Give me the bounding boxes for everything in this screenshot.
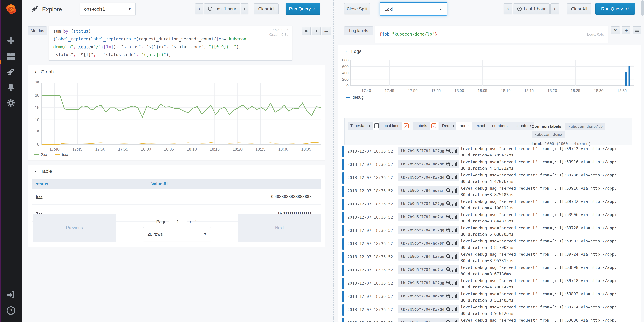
bar-chart-icon[interactable] xyxy=(452,254,457,259)
zoom-in-icon[interactable] xyxy=(446,214,451,219)
time-range-button-left[interactable]: Last 1 hour xyxy=(204,4,240,14)
settings-gear-icon[interactable] xyxy=(6,98,16,108)
labels-checkbox[interactable]: ✓ xyxy=(432,124,436,128)
logs-panel-header[interactable]: ▲ Logs xyxy=(345,49,362,54)
bar-chart-icon[interactable] xyxy=(452,267,457,272)
remove-query-button-right[interactable]: ✖ xyxy=(611,27,620,34)
local-time-checkbox[interactable]: ✓ xyxy=(404,124,408,128)
table-col-status[interactable]: status xyxy=(32,181,152,186)
add-query-button-right[interactable]: ✚ xyxy=(622,27,630,34)
bar-chart-icon[interactable] xyxy=(452,228,457,232)
zoom-in-icon[interactable] xyxy=(446,227,451,233)
log-label-chip[interactable]: lb-7b9d5f7784-k27gg xyxy=(398,305,459,313)
scrollbar-thumb[interactable] xyxy=(642,0,644,16)
bar-chart-icon[interactable] xyxy=(452,320,457,322)
time-back-button-left[interactable]: ‹ xyxy=(195,4,203,14)
zoom-in-icon[interactable] xyxy=(446,280,451,285)
time-range-button-right[interactable]: Last 1 hour xyxy=(513,4,550,14)
log-label-chip[interactable]: lb-7b9d5f7784-nd7sm xyxy=(398,186,459,194)
dedup-option-numbers[interactable]: numbers xyxy=(488,122,511,130)
bar-chart-icon[interactable] xyxy=(452,294,457,298)
sign-in-icon[interactable] xyxy=(6,290,16,300)
bar-chart-icon[interactable] xyxy=(452,280,457,285)
metrics-query-editor[interactable]: sum by (status)(label_replace(label_repl… xyxy=(48,26,292,61)
previous-page-button[interactable]: Previous xyxy=(33,214,116,242)
dashboards-grid-icon[interactable] xyxy=(6,52,16,62)
zoom-in-icon[interactable] xyxy=(446,148,451,153)
bar-chart-icon[interactable] xyxy=(452,149,457,153)
table-col-value[interactable]: Value #1 xyxy=(152,181,168,186)
log-label-chip[interactable]: lb-7b9d5f7784-k27gg xyxy=(398,173,459,181)
bar-chart-icon[interactable] xyxy=(452,188,457,193)
split-divider[interactable] xyxy=(333,0,334,322)
timestamp-toggle[interactable]: Timestamp xyxy=(348,122,381,130)
zoom-in-icon[interactable] xyxy=(446,175,451,180)
page-number-input[interactable]: 1 xyxy=(169,216,187,228)
zoom-in-icon[interactable] xyxy=(446,161,451,167)
dedup-option-none[interactable]: none xyxy=(456,122,472,130)
log-label-chip[interactable]: lb-7b9d5f7784-nd7sm xyxy=(398,160,459,168)
timestamp-checkbox[interactable] xyxy=(374,124,379,128)
time-back-button-right[interactable]: ‹ xyxy=(504,4,512,14)
time-forward-button-right[interactable]: › xyxy=(550,4,559,14)
zoom-in-icon[interactable] xyxy=(446,240,451,246)
bar-chart-icon[interactable] xyxy=(452,214,457,219)
collapse-query-button-right[interactable]: ▬ xyxy=(632,27,641,34)
zoom-in-icon[interactable] xyxy=(446,267,451,272)
alerting-bell-icon[interactable] xyxy=(6,82,16,92)
help-icon[interactable]: ? xyxy=(6,306,16,315)
zoom-in-icon[interactable] xyxy=(446,306,451,312)
zoom-in-icon[interactable] xyxy=(446,188,451,193)
dedup-option-exact[interactable]: exact xyxy=(472,122,488,130)
log-label-chip[interactable]: lb-7b9d5f7784-k27gg xyxy=(398,226,459,234)
code-token: , xyxy=(166,45,168,49)
log-label-chip[interactable]: lb-7b9d5f7784-k27gg xyxy=(398,252,459,260)
loki-query-editor[interactable]: {job="kubecon-demo/lb"} Logs: 0.4s xyxy=(375,26,608,43)
log-label-chip[interactable]: lb-7b9d5f7784-nd7sm xyxy=(398,265,459,274)
clear-all-button-left[interactable]: Clear All xyxy=(254,4,279,14)
clear-all-button-right[interactable]: Clear All xyxy=(567,4,591,14)
collapse-query-button-left[interactable]: ▬ xyxy=(322,27,331,35)
log-label-chip[interactable]: lb-7b9d5f7784-k27gg xyxy=(398,199,459,208)
datasource-select-right[interactable]: Loki ▼ xyxy=(380,2,447,16)
close-split-button[interactable]: Close Split xyxy=(344,3,370,15)
legend-item-5xx[interactable]: 5xx xyxy=(55,152,68,157)
zoom-in-icon[interactable] xyxy=(446,201,451,206)
log-row: 2018-12-07 18:36:52 lb-7b9d5f7784-k27gg … xyxy=(338,145,641,158)
time-forward-button-left[interactable]: › xyxy=(241,4,248,14)
graph-panel-header[interactable]: ▲ Graph xyxy=(34,69,54,75)
legend-item-2xx[interactable]: 2xx xyxy=(34,152,47,157)
log-label-chip[interactable]: lb-7b9d5f7784-k27gg xyxy=(398,278,459,287)
dedup-option-signature[interactable]: signature xyxy=(511,122,534,130)
bar-chart-icon[interactable] xyxy=(452,307,457,311)
explore-rocket-icon[interactable] xyxy=(6,67,16,77)
remove-query-button-left[interactable]: ✖ xyxy=(302,27,310,35)
table-panel-header[interactable]: ▲ Table xyxy=(34,169,52,174)
grafana-logo[interactable] xyxy=(4,3,18,16)
log-label-chip[interactable]: lb-7b9d5f7784-k27gg xyxy=(398,147,459,155)
add-menu-icon[interactable] xyxy=(6,36,16,46)
labels-toggle[interactable]: Labels ✓ xyxy=(412,122,438,130)
bar-chart-icon[interactable] xyxy=(452,175,457,179)
table-cell-status[interactable]: 5xx xyxy=(32,194,148,199)
log-label-chip[interactable]: lb-7b9d5f7784-nd7sm xyxy=(398,213,459,221)
bar-chart-icon[interactable] xyxy=(452,241,457,245)
bar-chart-icon[interactable] xyxy=(452,201,457,206)
log-label-chip[interactable]: lb-7b9d5f7784-nd7sm xyxy=(398,318,459,322)
bar-debug[interactable] xyxy=(628,66,630,86)
bar-debug[interactable] xyxy=(625,72,627,86)
run-query-button-left[interactable]: Run Query ↵ xyxy=(286,3,320,15)
zoom-in-icon[interactable] xyxy=(446,293,451,298)
zoom-in-icon[interactable] xyxy=(446,254,451,259)
next-page-button[interactable]: Next xyxy=(238,214,321,242)
datasource-select-left[interactable]: ops-tools1 ▼ xyxy=(80,3,136,16)
log-label-chip[interactable]: lb-7b9d5f7784-nd7sm xyxy=(398,292,459,300)
run-query-button-right[interactable]: Run Query ↵ xyxy=(596,3,635,15)
zoom-in-icon[interactable] xyxy=(446,320,451,322)
log-label-chip[interactable]: lb-7b9d5f7784-nd7sm xyxy=(398,239,459,247)
rows-per-page-select[interactable]: 20 rows ▼ xyxy=(143,227,211,241)
legend-item-debug[interactable]: debug xyxy=(346,95,364,100)
local-time-toggle[interactable]: Local time ✓ xyxy=(378,122,410,130)
add-query-button-left[interactable]: ✚ xyxy=(312,27,320,35)
bar-chart-icon[interactable] xyxy=(452,162,457,166)
